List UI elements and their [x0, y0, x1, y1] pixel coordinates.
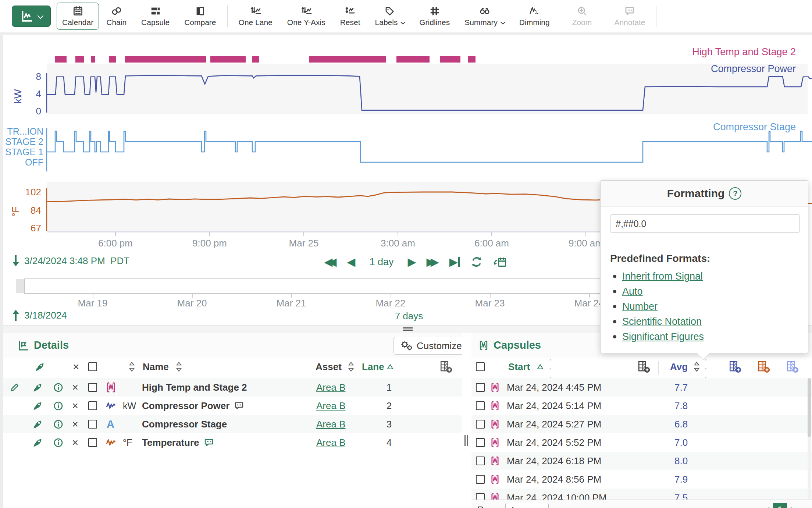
sort-icon-asset[interactable] [348, 358, 354, 376]
customize-button[interactable]: Customize [393, 337, 469, 355]
column-header-name[interactable]: Name [143, 358, 169, 376]
sort-icon-pre-name[interactable] [129, 358, 135, 376]
capsule-checkbox[interactable] [476, 433, 485, 452]
add-column-icon[interactable] [758, 360, 770, 373]
column-header-lane[interactable]: Lane [362, 358, 384, 376]
asset-link[interactable]: Area B [316, 397, 346, 415]
toolbar-button-gridlines[interactable]: Gridlines [412, 2, 457, 30]
item-checkbox[interactable] [88, 378, 97, 397]
current-page-button[interactable]: 1 [773, 503, 787, 508]
asset-swap-icon[interactable] [32, 397, 43, 415]
item-info-icon[interactable] [53, 415, 64, 433]
toolbar-button-dimming[interactable]: Dimming [512, 2, 557, 30]
remove-item-icon[interactable]: × [72, 397, 78, 415]
item-checkbox[interactable] [88, 433, 97, 452]
add-stage-column-button[interactable] [786, 358, 799, 376]
lane-label-stage[interactable]: Compressor Stage [713, 121, 796, 133]
capsule-checkbox[interactable] [476, 470, 485, 489]
item-name[interactable]: Compressor Stage [142, 415, 227, 433]
asset-swap-icon[interactable] [32, 433, 43, 452]
sort-icon-avg[interactable] [694, 358, 700, 376]
step-forward-button[interactable]: ▶ [407, 256, 416, 267]
step-back-button[interactable]: ◀ [347, 256, 355, 267]
edit-icon[interactable] [10, 378, 20, 397]
sort-icon[interactable] [348, 361, 354, 372]
sort-icon[interactable] [129, 361, 135, 372]
remove-column-icon[interactable]: × [73, 358, 79, 376]
help-icon[interactable]: ? [729, 187, 741, 200]
sort-up-icon[interactable] [537, 364, 544, 370]
sort-direction-start[interactable] [537, 358, 544, 376]
capsule-bar[interactable] [75, 56, 84, 63]
toolbar-button-calendar[interactable]: Calendar [57, 3, 99, 30]
overview-brush[interactable] [24, 278, 694, 294]
add-column-icon[interactable] [729, 360, 741, 373]
panel-resize-handle[interactable] [403, 327, 413, 331]
item-name[interactable]: Temperature [142, 433, 214, 452]
page-select[interactable]: 1 [505, 503, 549, 508]
capsule-bar[interactable] [468, 56, 476, 63]
capsule-checkbox[interactable] [476, 378, 485, 397]
capsule-bar[interactable] [125, 56, 206, 63]
capsule-bar[interactable] [55, 56, 67, 63]
toolbar-button-chain[interactable]: Chain [99, 2, 134, 30]
item-checkbox[interactable] [88, 397, 97, 415]
item-name[interactable]: Compressor Power [142, 397, 244, 415]
item-checkbox[interactable] [88, 415, 97, 433]
duration-label[interactable]: 1 day [369, 256, 393, 268]
add-power-column-button[interactable] [729, 358, 741, 376]
sort-icon[interactable] [176, 361, 182, 372]
auto-update-icon[interactable] [470, 256, 483, 268]
column-header-avg[interactable]: Avg [670, 358, 688, 376]
remove-item-icon[interactable]: × [72, 378, 78, 397]
capsule-bar[interactable] [309, 56, 386, 63]
toolbar-button-zoom[interactable]: Zoom [565, 2, 599, 30]
toolbar-button-one-y-axis[interactable]: One Y-Axis [280, 2, 333, 30]
toolbar-button-capsule[interactable]: Capsule [134, 2, 177, 30]
toolbar-button-reset[interactable]: Reset [333, 2, 368, 30]
column-header-start[interactable]: Start [508, 358, 530, 376]
sort-icon-name[interactable] [176, 358, 182, 376]
start-column-menu[interactable]: ●●● [549, 358, 551, 376]
toolbar-button-annotate[interactable]: Annotate [607, 2, 652, 30]
capsules-scrollbar[interactable] [808, 378, 811, 500]
capsule-bar[interactable] [396, 56, 430, 63]
lane-label-capsules[interactable]: High Temp and Stage 2 [692, 46, 796, 58]
capsules-select-all-checkbox[interactable] [476, 358, 485, 376]
capsule-bar[interactable] [109, 56, 116, 63]
capsule-checkbox[interactable] [476, 415, 485, 433]
asset-link[interactable]: Area B [316, 433, 346, 452]
remove-item-icon[interactable]: × [72, 433, 78, 452]
predefined-format-link[interactable]: Scientific Notation [622, 316, 702, 327]
item-info-icon[interactable] [53, 433, 64, 452]
asset-link[interactable]: Area B [316, 378, 346, 397]
add-column-button[interactable] [440, 358, 452, 376]
format-string-input[interactable] [610, 214, 800, 233]
capsule-checkbox[interactable] [476, 452, 485, 470]
capsule-bar[interactable] [91, 56, 95, 63]
asset-swap-column-icon[interactable] [35, 358, 46, 376]
add-stat-column-button[interactable] [638, 358, 650, 376]
investigate-range-icon[interactable] [493, 255, 507, 269]
display-range-start[interactable]: 3/24/2024 3:48 PM PDT [11, 255, 129, 267]
asset-swap-icon[interactable] [32, 378, 43, 397]
predefined-format-link[interactable]: Auto [622, 286, 643, 297]
predefined-format-link[interactable]: Inherit from Signal [622, 271, 703, 282]
step-forward-much-button[interactable]: ▶▶ [427, 256, 439, 267]
capsule-bar[interactable] [210, 56, 246, 63]
capsule-bar[interactable] [252, 56, 259, 63]
trend-view-button[interactable] [12, 6, 51, 27]
sort-up-icon[interactable] [387, 364, 393, 370]
next-page-button[interactable]: ▶ [791, 504, 798, 508]
step-to-end-button[interactable]: ▶ [449, 256, 460, 267]
capsule-bar[interactable] [440, 56, 460, 63]
avg-column-menu[interactable]: ●●● [705, 358, 706, 376]
remove-item-icon[interactable]: × [72, 415, 78, 433]
add-column-icon[interactable] [440, 360, 452, 373]
toolbar-button-labels[interactable]: Labels [368, 2, 412, 30]
select-all-checkbox[interactable] [88, 358, 97, 376]
lane-label-power[interactable]: Compressor Power [711, 63, 796, 75]
sort-icon[interactable] [694, 361, 700, 372]
toolbar-button-compare[interactable]: Compare [177, 2, 223, 30]
step-back-much-button[interactable]: ◀◀ [324, 256, 336, 267]
